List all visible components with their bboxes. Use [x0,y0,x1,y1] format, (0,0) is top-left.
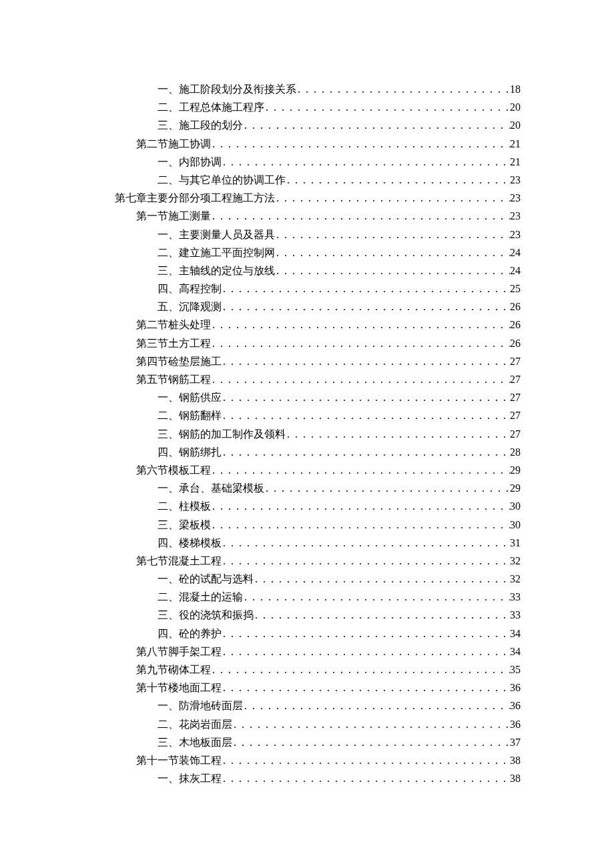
toc-entry-title: 一、承台、基础梁模板 [158,479,264,497]
toc-entry-page: 27 [510,425,521,443]
toc-entry: 一、钢筋供应27 [93,388,521,406]
toc-entry: 第六节模板工程29 [93,461,521,479]
table-of-contents: 一、施工阶段划分及衔接关系18二、工程总体施工程序20三、施工段的划分20第二节… [93,80,521,787]
toc-entry-title: 一、抹灰工程 [158,769,222,787]
toc-leader-dots [211,207,510,225]
toc-entry: 四、楼梯模板31 [93,534,521,552]
toc-entry-page: 23 [510,189,521,207]
toc-entry-title: 二、钢筋翻样 [158,406,222,424]
toc-entry: 一、主要测量人员及器具23 [93,226,521,244]
toc-leader-dots [254,606,510,624]
toc-entry-title: 二、柱模板 [158,497,211,515]
toc-entry-page: 36 [510,715,521,733]
toc-entry-title: 二、花岗岩面层 [158,715,232,733]
toc-leader-dots [275,262,510,280]
toc-leader-dots [232,715,510,733]
toc-entry-title: 四、楼梯模板 [158,534,222,552]
toc-entry-page: 25 [510,280,521,298]
toc-entry: 四、高程控制25 [93,280,521,298]
toc-leader-dots [222,624,510,642]
toc-entry: 一、防滑地砖面层36 [93,697,521,715]
toc-entry-title: 二、与其它单位的协调工作 [158,171,286,189]
toc-entry: 第七节混凝土工程32 [93,552,521,570]
toc-entry: 二、工程总体施工程序20 [93,98,521,116]
toc-entry-page: 21 [510,135,521,153]
toc-leader-dots [232,733,510,751]
toc-entry: 第四节硷垫层施工27 [93,352,521,370]
toc-leader-dots [211,370,510,388]
toc-entry-page: 28 [510,443,521,461]
toc-entry: 一、抹灰工程38 [93,769,521,787]
toc-entry-page: 21 [510,153,521,171]
toc-leader-dots [222,388,510,406]
toc-entry-page: 29 [510,461,521,479]
toc-entry-title: 第九节砌体工程 [136,661,211,679]
toc-leader-dots [222,352,510,370]
toc-entry: 四、钢筋绑扎28 [93,443,521,461]
toc-entry-page: 38 [510,769,521,787]
toc-entry-page: 23 [510,171,521,189]
toc-leader-dots [222,443,510,461]
toc-entry: 五、沉降观测26 [93,298,521,316]
toc-entry: 第八节脚手架工程34 [93,642,521,661]
toc-entry-title: 三、役的浇筑和振捣 [158,606,254,624]
toc-leader-dots [243,588,510,606]
toc-entry: 二、钢筋翻样27 [93,406,521,424]
toc-entry-page: 35 [510,661,521,679]
toc-leader-dots [275,244,510,262]
toc-leader-dots [211,661,510,679]
toc-leader-dots [222,751,510,769]
toc-leader-dots [254,570,510,588]
toc-entry-page: 34 [510,624,521,642]
toc-entry-title: 二、建立施工平面控制网 [158,244,275,262]
toc-leader-dots [296,80,510,98]
toc-entry-page: 34 [510,642,521,661]
toc-entry: 二、混凝土的运输33 [93,588,521,606]
toc-entry: 三、钢筋的加工制作及领料27 [93,425,521,443]
toc-entry-page: 24 [510,262,521,280]
toc-leader-dots [243,116,510,134]
toc-leader-dots [222,552,510,570]
toc-entry-title: 一、施工阶段划分及衔接关系 [158,80,296,98]
toc-entry: 第九节砌体工程35 [93,661,521,679]
toc-entry-page: 26 [510,298,521,316]
toc-leader-dots [222,679,510,697]
toc-entry-title: 三、木地板面层 [158,733,232,751]
toc-entry-title: 三、梁板模 [158,516,211,534]
toc-entry: 第二节桩头处理26 [93,316,521,334]
toc-entry: 三、木地板面层37 [93,733,521,751]
toc-leader-dots [243,697,510,715]
toc-entry-title: 一、钢筋供应 [158,388,222,406]
toc-entry-title: 一、内部协调 [158,153,222,171]
toc-leader-dots [211,516,510,534]
toc-entry-page: 30 [510,516,521,534]
toc-entry-page: 27 [510,352,521,370]
toc-entry: 第三节土方工程26 [93,334,521,352]
toc-entry: 第十一节装饰工程38 [93,751,521,769]
toc-entry: 第十节楼地面工程36 [93,679,521,697]
toc-entry-title: 四、砼的养护 [158,624,222,642]
toc-entry-page: 31 [510,534,521,552]
toc-entry-title: 第十节楼地面工程 [136,679,222,697]
toc-leader-dots [286,425,510,443]
toc-entry-title: 三、钢筋的加工制作及领料 [158,425,286,443]
toc-entry-page: 23 [510,207,521,225]
toc-leader-dots [222,642,510,661]
toc-entry: 第一节施工测量23 [93,207,521,225]
toc-entry-page: 36 [510,679,521,697]
toc-entry: 三、梁板模30 [93,516,521,534]
toc-entry-page: 36 [510,697,521,715]
toc-entry: 三、施工段的划分20 [93,116,521,134]
toc-leader-dots [222,406,510,424]
toc-entry-page: 27 [510,388,521,406]
toc-entry-page: 24 [510,244,521,262]
toc-entry: 一、承台、基础梁模板29 [93,479,521,497]
toc-entry: 二、花岗岩面层36 [93,715,521,733]
toc-entry-page: 26 [510,316,521,334]
toc-entry-title: 第十一节装饰工程 [136,751,222,769]
toc-leader-dots [211,135,510,153]
toc-entry-page: 37 [510,733,521,751]
toc-entry-title: 第二节施工协调 [136,135,211,153]
toc-leader-dots [264,98,510,116]
toc-entry-page: 26 [510,334,521,352]
